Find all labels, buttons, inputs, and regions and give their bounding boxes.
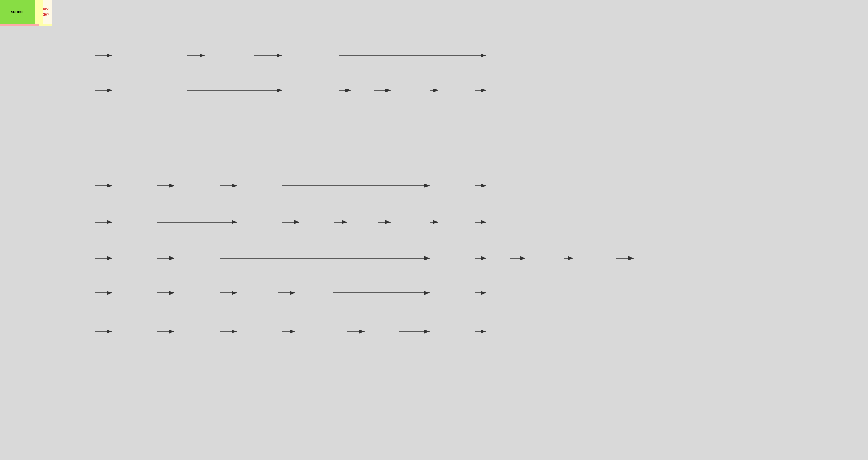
v2-cs-submit: submit [0, 0, 35, 24]
